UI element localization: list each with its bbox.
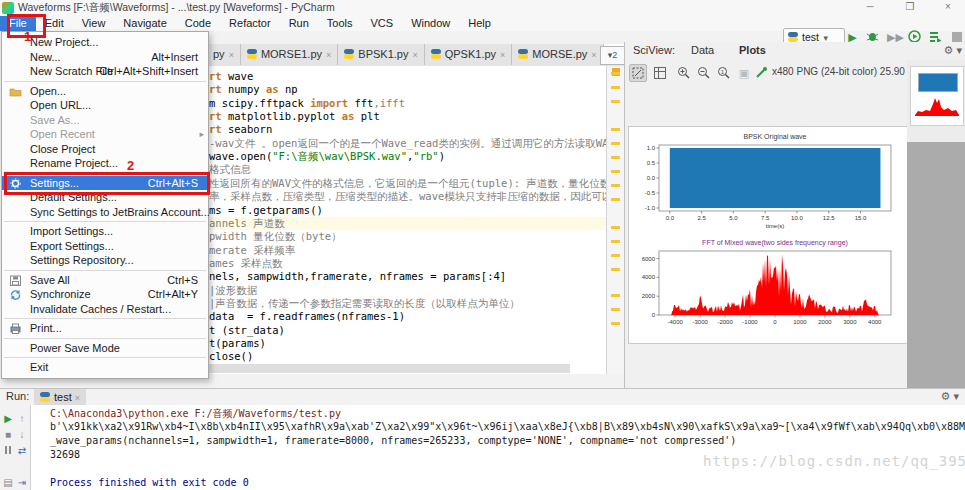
menu-item-settings-repository[interactable]: Settings Repository... bbox=[2, 253, 208, 268]
warning-stripe-mark[interactable] bbox=[611, 142, 620, 145]
warning-stripe-mark[interactable] bbox=[611, 268, 620, 271]
menu-item-label: Settings Repository... bbox=[30, 254, 134, 266]
menu-item-rename-project[interactable]: Rename Project... bbox=[2, 156, 208, 171]
warning-stripe-mark[interactable] bbox=[611, 240, 620, 243]
fit-zoom-button[interactable] bbox=[629, 64, 647, 82]
restore-button[interactable]: ❐ bbox=[895, 0, 925, 14]
menu-item-import-settings[interactable]: Import Settings... bbox=[2, 224, 208, 239]
close-icon[interactable]: × bbox=[412, 50, 417, 60]
menu-item-open-url[interactable]: Open URL... bbox=[2, 98, 208, 113]
warning-stripe-mark[interactable] bbox=[611, 308, 620, 311]
warning-stripe-mark[interactable] bbox=[611, 72, 620, 75]
menu-item-invalidate-caches-restart[interactable]: Invalidate Caches / Restart... bbox=[2, 302, 208, 317]
close-button[interactable]: × bbox=[933, 0, 963, 14]
warning-stripe-mark[interactable] bbox=[611, 100, 620, 103]
close-icon[interactable]: × bbox=[500, 50, 505, 60]
rerun-failed-button[interactable]: ⇄ bbox=[16, 445, 28, 457]
editor-tab-py[interactable]: py× bbox=[207, 44, 241, 65]
grid-button[interactable] bbox=[651, 64, 669, 82]
run-console-output[interactable]: C:\Anaconda3\python.exe F:/音频/Waveforms/… bbox=[50, 405, 965, 490]
warning-stripe-mark[interactable] bbox=[611, 86, 620, 89]
warning-stripe-mark[interactable] bbox=[611, 322, 620, 325]
menubar-item-navigate[interactable]: Navigate bbox=[114, 16, 175, 31]
close-icon[interactable]: × bbox=[75, 393, 80, 403]
menubar-item-code[interactable]: Code bbox=[176, 16, 220, 31]
menu-item-label: Print... bbox=[30, 322, 62, 334]
python-file-icon bbox=[247, 49, 257, 59]
menu-item-new[interactable]: New...Alt+Insert bbox=[2, 50, 208, 65]
menubar-item-refactor[interactable]: Refactor bbox=[220, 16, 280, 31]
run-tool-window: Run: test × ⚙ ▾ ▶ ■ ▤ ↑ ↓ ⇄ ⇥ C:\Anacond… bbox=[0, 388, 965, 490]
menu-item-print[interactable]: Print... bbox=[2, 321, 208, 336]
close-icon[interactable]: × bbox=[229, 50, 234, 60]
menubar-item-window[interactable]: Window bbox=[402, 16, 459, 31]
code-line: |波形数据 bbox=[209, 284, 606, 297]
python-file-icon bbox=[344, 49, 354, 59]
menubar-item-help[interactable]: Help bbox=[459, 16, 500, 31]
console-line: Process finished with exit code 0 bbox=[50, 477, 249, 488]
annotation-step-1: 1 bbox=[24, 29, 31, 44]
svg-text:FFT of Mixed wave(two sides fr: FFT of Mixed wave(two sides frequency ra… bbox=[702, 239, 848, 247]
menubar-item-tools[interactable]: Tools bbox=[318, 16, 362, 31]
menu-item-sync-settings-to-jetbrains-account[interactable]: Sync Settings to JetBrains Account... bbox=[2, 205, 208, 220]
menu-item-default-settings[interactable]: Default Settings... bbox=[2, 190, 208, 205]
warning-stripe-mark[interactable] bbox=[611, 128, 620, 131]
minimize-button[interactable]: ─ bbox=[855, 0, 885, 14]
gear-icon[interactable]: ⚙ ▾ bbox=[944, 44, 962, 57]
warning-stripe-mark[interactable] bbox=[611, 198, 620, 201]
menu-item-new-scratch-file[interactable]: New Scratch FileCtrl+Alt+Shift+Insert bbox=[2, 64, 208, 79]
editor-error-stripe[interactable] bbox=[606, 66, 626, 374]
menu-item-exit[interactable]: Exit bbox=[2, 360, 208, 375]
tab-plots[interactable]: Plots bbox=[735, 44, 770, 56]
rerun-button[interactable]: ▶ bbox=[2, 413, 14, 425]
svg-text:6000: 6000 bbox=[642, 256, 656, 262]
zoom-out-button[interactable] bbox=[695, 64, 713, 82]
color-picker-button[interactable] bbox=[753, 64, 771, 82]
python-file-icon bbox=[518, 49, 528, 59]
menubar-item-view[interactable]: View bbox=[73, 16, 115, 31]
close-icon[interactable]: × bbox=[326, 50, 331, 60]
menu-item-export-settings[interactable]: Export Settings... bbox=[2, 239, 208, 254]
pause-output-button[interactable] bbox=[2, 445, 14, 457]
editor-tab-morse-py[interactable]: MORSE.py× bbox=[512, 44, 603, 65]
menu-item-synchronize[interactable]: SynchronizeCtrl+Alt+Y bbox=[2, 287, 208, 302]
menu-item-power-save-mode[interactable]: Power Save Mode bbox=[2, 341, 208, 356]
menu-item-open[interactable]: Open... bbox=[2, 84, 208, 99]
pipette-icon bbox=[755, 66, 768, 79]
editor-scrollbar-horizontal[interactable] bbox=[207, 364, 570, 373]
next-occurrence-button[interactable]: ↓ bbox=[16, 429, 28, 441]
svg-text:12.5: 12.5 bbox=[823, 215, 835, 221]
prev-occurrence-button[interactable]: ↑ bbox=[16, 413, 28, 425]
actual-size-button[interactable]: 1 bbox=[715, 64, 733, 82]
plot-thumbnail-strip bbox=[907, 60, 965, 388]
menu-item-save-all[interactable]: Save AllCtrl+S bbox=[2, 273, 208, 288]
menu-item-label: Save As... bbox=[30, 114, 80, 126]
menu-item-close-project[interactable]: Close Project bbox=[2, 142, 208, 157]
code-editor[interactable]: rt wavert numpy as npm scipy.fftpack imp… bbox=[207, 66, 606, 374]
menubar-item-vcs[interactable]: VCS bbox=[362, 16, 403, 31]
plot-thumbnail[interactable] bbox=[910, 66, 964, 126]
menu-item-settings[interactable]: Settings...Ctrl+Alt+S bbox=[2, 176, 208, 191]
svg-text:-1000: -1000 bbox=[742, 319, 758, 325]
editor-tab-morse1-py[interactable]: MORSE1.py× bbox=[241, 44, 338, 65]
gear-icon[interactable]: ⚙ ▾ bbox=[941, 390, 959, 403]
warning-stripe-mark[interactable] bbox=[611, 170, 620, 173]
menubar-item-run[interactable]: Run bbox=[280, 16, 318, 31]
run-tab-test[interactable]: test × bbox=[34, 389, 86, 405]
hidden-tabs-button[interactable]: ▾2 bbox=[600, 46, 625, 65]
warning-stripe-mark[interactable] bbox=[611, 254, 620, 257]
warning-stripe-mark[interactable] bbox=[611, 156, 620, 159]
warning-stripe-mark[interactable] bbox=[611, 294, 620, 297]
svg-text:1.0: 1.0 bbox=[647, 145, 656, 151]
warning-stripe-mark[interactable] bbox=[611, 226, 620, 229]
editor-tab-qpsk1-py[interactable]: QPSK1.py× bbox=[425, 44, 513, 65]
stop-process-button[interactable]: ■ bbox=[2, 429, 14, 441]
scroll-to-end-button[interactable]: ⇥ bbox=[16, 477, 28, 489]
thumbnail-fft-chart bbox=[915, 95, 959, 117]
zoom-in-button[interactable] bbox=[675, 64, 693, 82]
restore-layout-button[interactable]: ▤ bbox=[2, 477, 14, 489]
warning-stripe-mark[interactable] bbox=[611, 184, 620, 187]
tab-data[interactable]: Data bbox=[687, 44, 718, 56]
editor-tab-bpsk1-py[interactable]: BPSK1.py× bbox=[338, 44, 424, 65]
close-icon[interactable]: × bbox=[591, 50, 596, 60]
